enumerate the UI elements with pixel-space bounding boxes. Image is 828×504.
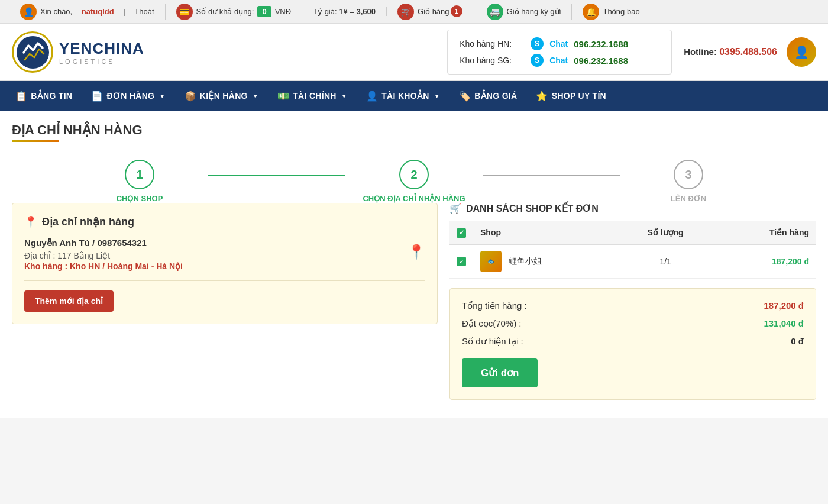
avatar: 👤 [787, 37, 816, 67]
header: YENCHINA LOGISTICS Kho hàng HN: S Chat 0… [0, 24, 828, 81]
logout-link[interactable]: Thoát [134, 7, 154, 16]
address-card: Nguyễn Anh Tú / 0987654321 Địa chỉ : 117… [24, 238, 425, 281]
notify-info[interactable]: 🔔 Thông báo [572, 4, 650, 20]
so-du-value: 0 đ [791, 336, 804, 346]
shop-name: 鲤鱼小姐 [509, 256, 542, 266]
step-3-number: 3 [685, 168, 691, 182]
row-checkbox-cell: ✓ [449, 244, 473, 279]
step-2-circle: 2 [399, 160, 429, 189]
warehouse-label: Kho hàng : [24, 261, 67, 271]
tong-tien-label: Tổng tiền hàng : [462, 301, 764, 311]
stepper: 1 CHỌN SHOP 2 CHỌN ĐỊA CHỈ NHẬN HÀNG 3 L… [12, 160, 816, 203]
phone-hn: 096.232.1688 [574, 39, 628, 49]
chat-hn-link[interactable]: Chat [549, 39, 568, 49]
address-warehouse: Kho hàng : Kho HN / Hoàng Mai - Hà Nội [24, 261, 402, 271]
th-shop: Shop [473, 221, 617, 244]
nav-bang-gia[interactable]: 🏷️ BẢNG GIÁ [449, 81, 527, 111]
row-checkbox[interactable]: ✓ [457, 257, 466, 266]
nav-kien-hang[interactable]: 📦 KIỆN HÀNG ▼ [175, 81, 268, 111]
step-2-label: CHỌN ĐỊA CHỈ NHẬN HÀNG [363, 194, 465, 203]
address-line: Địa chỉ : 117 Bằng Liệt [24, 251, 402, 260]
cart-ship-label: Giỏ hàng ký gửi [507, 7, 561, 16]
cart-icon: 🛒 [397, 4, 414, 20]
step-2: 2 CHỌN ĐỊA CHỈ NHẬN HÀNG [345, 160, 483, 203]
header-contacts: Kho hàng HN: S Chat 096.232.1688 Kho hàn… [447, 30, 672, 75]
warehouse-name: Kho HN [70, 261, 100, 271]
map-pin-button[interactable]: 📍 [407, 238, 425, 260]
bell-icon: 🔔 [583, 4, 599, 20]
header-checkbox[interactable]: ✓ [457, 228, 466, 238]
shop-list-title: DANH SÁCH SHOP KẾT ĐƠN [466, 203, 599, 214]
add-address-button[interactable]: Thêm mới địa chỉ [24, 290, 114, 312]
hotline-number: 0395.488.506 [719, 47, 777, 57]
nav-don-hang[interactable]: 📄 ĐƠN HÀNG ▼ [82, 81, 174, 111]
tai-khoan-arrow: ▼ [434, 93, 440, 99]
nav-shop-uy-tin-label: SHOP UY TÍN [552, 91, 606, 101]
username-text[interactable]: natuqldd [82, 7, 114, 16]
nav-kien-hang-label: KIỆN HÀNG [200, 91, 248, 101]
logo-icon [12, 31, 53, 73]
shop-list-header: 🛒 DANH SÁCH SHOP KẾT ĐƠN [449, 203, 816, 214]
cart-ship-icon: 🚐 [487, 4, 503, 20]
warehouse-location: Hoàng Mai - Hà Nội [107, 261, 183, 271]
step-3-circle: 3 [674, 160, 703, 189]
rate-label: Tỷ giá: 1¥ = 3,600 [313, 7, 376, 16]
left-panel: 📍 Địa chỉ nhận hàng Nguyễn Anh Tú / 0987… [12, 203, 438, 324]
bang-gia-icon: 🏷️ [459, 91, 471, 102]
page-content: ĐỊA CHỈ NHẬN HÀNG 1 CHỌN SHOP 2 CHỌN ĐỊA… [0, 111, 828, 418]
don-hang-arrow: ▼ [159, 93, 165, 99]
main-nav: 📋 BẢNG TIN 📄 ĐƠN HÀNG ▼ 📦 KIỆN HÀNG ▼ 💵 … [0, 81, 828, 111]
step-3: 3 LÊN ĐƠN [620, 160, 757, 203]
price-cell: 187,200 đ [713, 244, 816, 279]
address-info: Nguyễn Anh Tú / 0987654321 Địa chỉ : 117… [24, 238, 402, 271]
hotline-label: Hotline: [684, 47, 717, 57]
warehouse-slash: / [102, 261, 105, 271]
balance-currency: VNĐ [275, 7, 291, 16]
balance-label: Số dư khả dụng: [196, 7, 254, 16]
tai-chinh-icon: 💵 [277, 91, 289, 102]
shop-avatar: 🐟 [480, 251, 502, 272]
th-tienhang: Tiền hàng [713, 221, 816, 244]
nav-tai-khoan[interactable]: 👤 TÀI KHOẢN ▼ [357, 81, 449, 111]
step-1-label: CHỌN SHOP [117, 194, 163, 203]
don-hang-icon: 📄 [91, 91, 103, 102]
nav-tai-khoan-label: TÀI KHOẢN [381, 91, 429, 101]
nav-shop-uy-tin[interactable]: ⭐ SHOP UY TÍN [526, 81, 616, 111]
balance-amount: 0 [257, 6, 271, 17]
step-1-circle: 1 [125, 160, 154, 189]
shop-name-cell: 🐟 鲤鱼小姐 [473, 244, 617, 279]
tong-tien-value: 187,200 đ [764, 301, 804, 311]
page-title-underline [12, 140, 59, 142]
qty-cell: 1/1 [617, 244, 714, 279]
so-du-label: Số dư hiện tại : [462, 336, 791, 347]
shop-table: ✓ Shop Số lượng Tiền hàng [449, 221, 816, 279]
cart-count: 1 [451, 5, 462, 17]
step-connector-1 [208, 175, 345, 176]
cart-ship-info[interactable]: 🚐 Giỏ hàng ký gửi [476, 4, 573, 20]
cart-info[interactable]: 🛒 Giỏ hàng 1 [387, 4, 476, 20]
nav-don-hang-label: ĐƠN HÀNG [107, 91, 155, 101]
step-1: 1 CHỌN SHOP [71, 160, 208, 203]
balance-info: 💳 Số dư khả dụng: 0 VNĐ [166, 4, 302, 20]
th-checkbox: ✓ [449, 221, 473, 244]
dat-coc-label: Đặt cọc(70%) : [462, 318, 764, 329]
kho-hn-label: Kho hàng HN: [460, 39, 525, 49]
submit-button[interactable]: Gửi đơn [462, 358, 538, 387]
user-icon: 👤 [20, 4, 37, 20]
chat-sg-link[interactable]: Chat [549, 56, 568, 65]
th-soluong: Số lượng [617, 221, 714, 244]
shop-uy-tin-icon: ⭐ [536, 91, 548, 102]
right-panel: 🛒 DANH SÁCH SHOP KẾT ĐƠN ✓ Shop Số lượng [449, 203, 816, 400]
nav-tai-chinh[interactable]: 💵 TÀI CHÍNH ▼ [268, 81, 357, 111]
summary-so-du: Số dư hiện tại : 0 đ [462, 336, 804, 347]
nav-bang-tin[interactable]: 📋 BẢNG TIN [6, 81, 82, 111]
step-3-label: LÊN ĐƠN [671, 194, 706, 203]
step-connector-2 [483, 175, 620, 176]
nav-bang-tin-label: BẢNG TIN [31, 91, 72, 101]
summary-tong-tien: Tổng tiền hàng : 187,200 đ [462, 301, 804, 311]
tai-khoan-icon: 👤 [366, 91, 378, 102]
step-1-number: 1 [136, 168, 143, 182]
top-bar: 👤 Xin chào, natuqldd | Thoát 💳 Số dư khả… [0, 0, 828, 24]
svg-point-0 [17, 36, 49, 69]
kho-sg-label: Kho hàng SG: [460, 56, 525, 65]
